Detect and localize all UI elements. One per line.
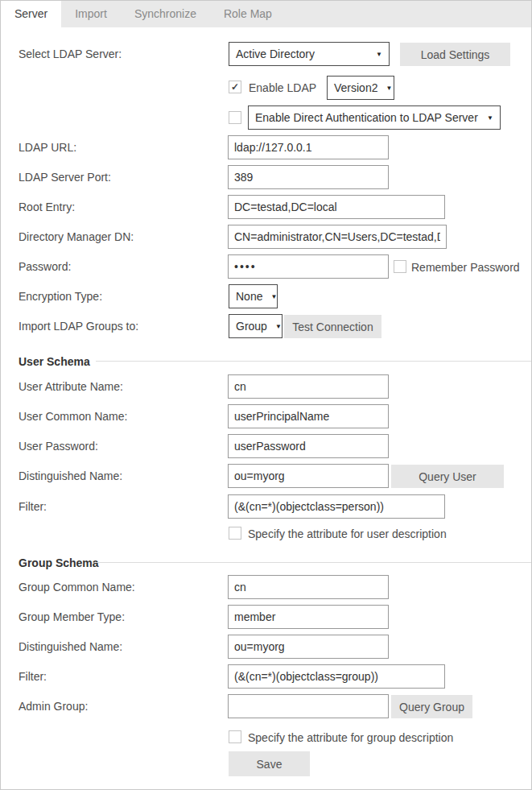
field-label: LDAP Server Port:: [19, 171, 111, 184]
ldap-server-select[interactable]: Active Directory ▼: [229, 42, 390, 66]
manager-dn-input[interactable]: [228, 225, 447, 249]
group-description-checkbox[interactable]: [229, 730, 241, 743]
direct-auth-checkbox[interactable]: [229, 111, 241, 124]
user-password-input[interactable]: [228, 434, 389, 458]
ldap-version-select[interactable]: Version2 ▼: [327, 76, 394, 100]
direct-auth-select[interactable]: Enable Direct Authentication to LDAP Ser…: [248, 105, 501, 130]
encryption-type-select[interactable]: None ▼: [229, 284, 278, 308]
selected-value: Group: [236, 320, 267, 333]
field-label: LDAP URL:: [19, 141, 76, 154]
checkmark-icon: ✓: [231, 81, 239, 93]
field-label: Directory Manager DN:: [19, 230, 134, 243]
remember-password-checkbox[interactable]: [394, 260, 406, 273]
field-label: Select LDAP Server:: [19, 48, 122, 60]
field-label: Group Common Name:: [19, 581, 135, 594]
ldap-port-input[interactable]: [228, 165, 389, 189]
ldap-settings-page: Server Import Synchronize Role Map Selec…: [0, 0, 532, 790]
dropdown-arrow-icon: ▼: [487, 114, 493, 122]
field-label: Root Entry:: [19, 201, 75, 213]
root-entry-input[interactable]: [228, 195, 445, 219]
enable-ldap-checkbox[interactable]: ✓: [229, 81, 241, 93]
save-button[interactable]: Save: [229, 751, 310, 776]
import-groups-select[interactable]: Group ▼: [229, 314, 282, 338]
tab-bar: Server Import Synchronize Role Map: [1, 1, 531, 27]
field-label: User Common Name:: [19, 410, 127, 423]
password-input[interactable]: [228, 254, 389, 279]
group-description-label: Specify the attribute for group descript…: [248, 731, 453, 744]
field-label: Filter:: [19, 670, 47, 683]
selected-value: Enable Direct Authentication to LDAP Ser…: [255, 111, 478, 124]
section-divider: [96, 562, 531, 563]
user-dn-input[interactable]: [228, 464, 389, 488]
user-description-label: Specify the attribute for user descripti…: [248, 527, 447, 540]
tab-import[interactable]: Import: [61, 1, 121, 27]
tab-server[interactable]: Server: [1, 1, 61, 27]
field-label: User Attribute Name:: [19, 380, 123, 393]
group-member-type-input[interactable]: [228, 605, 389, 629]
remember-password-label: Remember Password: [411, 261, 520, 274]
group-schema-heading: Group Schema: [19, 556, 99, 569]
enable-ldap-label: Enable LDAP: [249, 81, 316, 94]
load-settings-button[interactable]: Load Settings: [400, 43, 510, 66]
dropdown-arrow-icon: ▼: [275, 323, 282, 330]
dropdown-arrow-icon: ▼: [376, 51, 382, 58]
field-label: Encryption Type:: [19, 290, 102, 303]
user-attribute-name-input[interactable]: [228, 374, 389, 399]
group-dn-input[interactable]: [228, 635, 389, 659]
query-user-button[interactable]: Query User: [391, 465, 504, 488]
selected-value: None: [236, 290, 262, 303]
field-label: Distinguished Name:: [19, 469, 122, 482]
user-common-name-input[interactable]: [228, 404, 389, 428]
selected-value: Version2: [334, 81, 377, 94]
dropdown-arrow-icon: ▼: [386, 85, 392, 92]
admin-group-input[interactable]: [228, 694, 389, 718]
user-schema-heading: User Schema: [19, 355, 90, 368]
field-label: Filter:: [19, 500, 47, 513]
tab-role-map[interactable]: Role Map: [210, 1, 286, 27]
selected-value: Active Directory: [236, 48, 315, 60]
group-filter-input[interactable]: [228, 664, 445, 689]
test-connection-button[interactable]: Test Connection: [284, 315, 381, 338]
field-label: Admin Group:: [19, 700, 88, 713]
group-common-name-input[interactable]: [228, 575, 389, 599]
field-label: Import LDAP Groups to:: [19, 320, 138, 333]
field-label: Password:: [19, 260, 71, 273]
tab-synchronize[interactable]: Synchronize: [121, 1, 210, 27]
field-label: Distinguished Name:: [19, 640, 122, 653]
ldap-url-input[interactable]: [228, 135, 389, 159]
dropdown-arrow-icon: ▼: [270, 293, 277, 300]
field-label: Group Member Type:: [19, 610, 125, 623]
user-filter-input[interactable]: [228, 494, 445, 519]
field-label: User Password:: [19, 440, 98, 453]
section-divider: [96, 361, 531, 362]
query-group-button[interactable]: Query Group: [391, 695, 472, 718]
user-description-checkbox[interactable]: [229, 527, 241, 540]
